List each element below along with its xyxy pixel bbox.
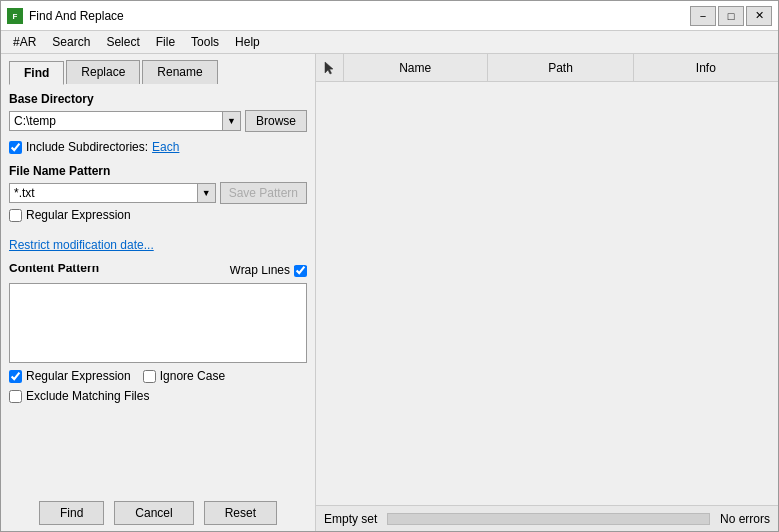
menu-item-help[interactable]: Help	[227, 33, 268, 51]
table-body	[316, 82, 778, 505]
exclude-matching-checkbox[interactable]	[9, 390, 22, 403]
empty-set-status: Empty set	[324, 512, 377, 526]
content-pattern-label: Content Pattern	[9, 262, 99, 275]
file-name-pattern-row: ▼ Save Pattern	[9, 182, 307, 204]
minimize-button[interactable]: −	[690, 6, 716, 26]
col-header-path: Path	[488, 54, 633, 81]
regular-expression-2-label: Regular Expression	[26, 369, 131, 383]
tab-replace[interactable]: Replace	[66, 60, 140, 84]
ignore-case-checkbox[interactable]	[143, 370, 156, 383]
menu-item-ar[interactable]: #AR	[5, 33, 44, 51]
tab-find[interactable]: Find	[9, 61, 64, 85]
include-subdirectories-label: Include Subdirectories:	[26, 140, 148, 154]
wrap-lines-row: Wrap Lines	[230, 264, 307, 277]
title-bar: F Find And Replace − □ ✕	[1, 1, 778, 31]
no-errors-status: No errors	[720, 512, 770, 526]
ignore-case-row: Ignore Case	[143, 369, 225, 383]
right-panel: Name Path Info Empty set No errors	[316, 54, 778, 531]
base-directory-input[interactable]	[10, 112, 222, 130]
reset-button[interactable]: Reset	[204, 501, 277, 525]
each-link[interactable]: Each	[152, 140, 179, 154]
cancel-button[interactable]: Cancel	[114, 501, 193, 525]
col-header-info: Info	[634, 54, 778, 81]
ignore-case-label: Ignore Case	[160, 369, 225, 383]
main-content: Find Replace Rename Base Directory ▼ Bro…	[1, 54, 778, 531]
window-title: Find And Replace	[29, 9, 124, 23]
regular-expression-1-label: Regular Expression	[26, 208, 131, 222]
table-header: Name Path Info	[316, 54, 778, 82]
svg-marker-2	[325, 62, 333, 74]
regular-expression-2-row: Regular Expression	[9, 369, 131, 383]
base-directory-dropdown[interactable]: ▼	[222, 112, 240, 130]
file-name-pattern-label: File Name Pattern	[9, 164, 307, 178]
base-directory-row: ▼ Browse	[9, 110, 307, 132]
file-name-pattern-input[interactable]	[10, 184, 197, 202]
options-row-1: Regular Expression Ignore Case	[9, 369, 307, 383]
pattern-dropdown[interactable]: ▼	[197, 184, 215, 202]
main-window: F Find And Replace − □ ✕ #AR Search Sele…	[0, 0, 779, 532]
left-panel: Find Replace Rename Base Directory ▼ Bro…	[1, 54, 316, 531]
status-bar: Empty set No errors	[316, 505, 778, 531]
progress-bar	[387, 513, 710, 525]
exclude-matching-row: Exclude Matching Files	[9, 389, 307, 403]
col-header-name: Name	[344, 54, 488, 81]
base-directory-label: Base Directory	[9, 92, 307, 106]
menu-item-search[interactable]: Search	[44, 33, 98, 51]
content-pattern-header: Content Pattern Wrap Lines	[9, 262, 307, 279]
cursor-icon	[323, 61, 337, 75]
regular-expression-2-checkbox[interactable]	[9, 370, 22, 383]
save-pattern-button[interactable]: Save Pattern	[220, 182, 307, 204]
tabs: Find Replace Rename	[9, 60, 307, 84]
wrap-lines-checkbox[interactable]	[294, 265, 307, 277]
action-buttons: Find Cancel Reset	[9, 491, 307, 525]
menu-bar: #AR Search Select File Tools Help	[1, 31, 778, 54]
base-directory-input-wrapper: ▼	[9, 111, 241, 131]
regular-expression-1-checkbox[interactable]	[9, 209, 22, 222]
close-button[interactable]: ✕	[746, 6, 772, 26]
app-icon: F	[7, 8, 23, 24]
results-table: Name Path Info	[316, 54, 778, 505]
browse-button[interactable]: Browse	[245, 110, 307, 132]
menu-item-select[interactable]: Select	[98, 33, 147, 51]
pattern-input-wrapper: ▼	[9, 183, 216, 203]
restrict-modification-link[interactable]: Restrict modification date...	[9, 238, 307, 252]
title-bar-controls: − □ ✕	[690, 6, 772, 26]
wrap-lines-label: Wrap Lines	[230, 264, 290, 277]
title-bar-left: F Find And Replace	[7, 8, 124, 24]
menu-item-tools[interactable]: Tools	[183, 33, 227, 51]
find-button[interactable]: Find	[39, 501, 104, 525]
table-header-icon	[316, 54, 344, 81]
maximize-button[interactable]: □	[718, 6, 744, 26]
svg-text:F: F	[13, 12, 18, 21]
content-pattern-textarea[interactable]	[9, 283, 307, 363]
tab-rename[interactable]: Rename	[142, 60, 217, 84]
menu-item-file[interactable]: File	[148, 33, 183, 51]
include-subdirectories-checkbox[interactable]	[9, 141, 22, 154]
exclude-matching-label: Exclude Matching Files	[26, 389, 149, 403]
include-subdirectories-row: Include Subdirectories: Each	[9, 140, 307, 154]
regular-expression-1-row: Regular Expression	[9, 208, 307, 222]
